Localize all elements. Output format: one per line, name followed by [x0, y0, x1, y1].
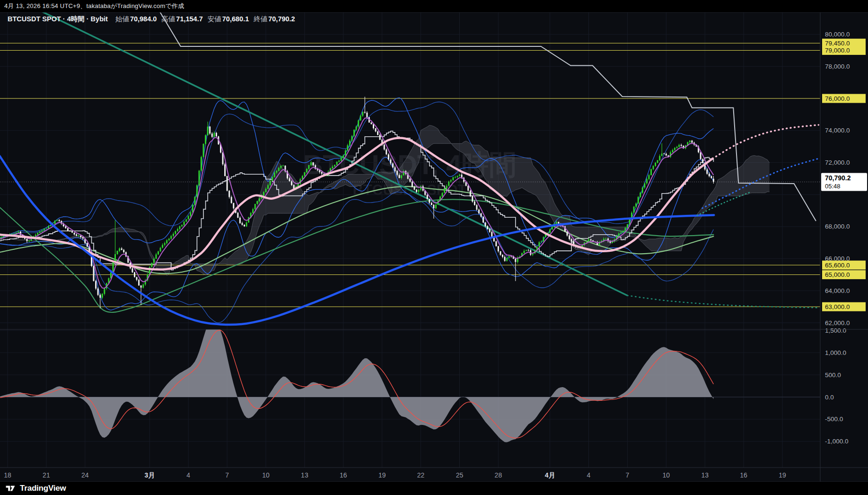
symbol-title[interactable]: BTCUSDT SPOT · 4時間 · Bybit	[8, 15, 108, 24]
price-axis-label: 68,000.0	[825, 223, 850, 230]
price-axis-label: 78,000.0	[825, 63, 850, 70]
osc-axis-label: 500.0	[825, 371, 841, 379]
ohlc-low: 安値70,680.1	[208, 15, 249, 24]
time-axis-label: 28	[495, 471, 502, 479]
yellow-price-label: 76,000.0	[822, 94, 866, 103]
time-axis-label: 19	[779, 471, 786, 479]
price-axis-label: 72,000.0	[825, 159, 850, 166]
osc-axis-label: -500.0	[825, 415, 843, 423]
tradingview-logo[interactable]	[5, 483, 16, 494]
attribution-bar: 4月 13, 2026 16:54 UTC+9、takatabaがTrading…	[0, 0, 868, 12]
time-axis[interactable]: 1821243月47101316192225284月4710131619	[0, 468, 820, 482]
time-axis-label: 7	[225, 471, 229, 479]
svg-text:65,000.0: 65,000.0	[825, 271, 850, 278]
chart-canvas[interactable]: BTCUSDT, 4時間BTCUSDT SPOT80,000.078,000.0…	[0, 0, 868, 495]
osc-axis-label: 1,500.0	[825, 327, 846, 334]
svg-text:79,000.0: 79,000.0	[825, 47, 850, 54]
attribution-text: 4月 13, 2026 16:54 UTC+9、takatabaがTrading…	[4, 2, 184, 10]
time-axis-label: 18	[4, 471, 11, 479]
current-price-label: 70,790.205:48	[821, 173, 867, 191]
time-axis-label: 24	[81, 471, 89, 479]
time-axis-label: 16	[740, 471, 747, 479]
price-axis-label: 74,000.0	[825, 127, 850, 134]
time-axis-label: 10	[663, 471, 670, 479]
ohlc-close: 終値70,790.2	[254, 15, 295, 24]
time-axis-label: 4	[587, 471, 591, 479]
osc-axis-label: 1,000.0	[825, 349, 846, 356]
osc-axis-label: -1,000.0	[825, 438, 849, 445]
price-axis-label: 80,000.0	[825, 31, 850, 38]
yellow-price-label: 63,000.0	[822, 302, 866, 311]
time-axis-label: 13	[301, 471, 308, 479]
time-axis-label: 19	[378, 471, 386, 479]
symbol-header[interactable]: BTCUSDT SPOT · 4時間 · Bybit 始値70,984.0 高値…	[8, 15, 300, 24]
time-axis-label: 4	[186, 471, 190, 479]
time-axis-label: 4月	[545, 471, 555, 479]
ohlc-high: 高値71,154.7	[161, 15, 202, 24]
price-axis-label: 62,000.0	[825, 319, 850, 327]
time-axis-label: 21	[43, 471, 50, 479]
price-axis[interactable]: 80,000.078,000.074,000.072,000.068,000.0…	[820, 12, 868, 482]
footer-bar: TradingView	[0, 482, 868, 495]
svg-text:05:48: 05:48	[825, 183, 841, 190]
svg-text:76,000.0: 76,000.0	[825, 95, 850, 102]
time-axis-label: 3月	[144, 471, 155, 479]
yellow-price-label: 79,000.0	[822, 46, 866, 55]
svg-text:79,450.0: 79,450.0	[825, 40, 850, 47]
price-axis-label: 64,000.0	[825, 287, 850, 294]
time-axis-label: 25	[456, 471, 464, 479]
svg-text:63,000.0: 63,000.0	[825, 303, 850, 310]
time-axis-label: 13	[701, 471, 709, 479]
svg-text:70,790.2: 70,790.2	[825, 174, 851, 182]
time-axis-label: 16	[340, 471, 347, 479]
yellow-price-label: 65,600.0	[822, 261, 866, 270]
yellow-price-label: 65,000.0	[822, 270, 866, 279]
ohlc-open: 始値70,984.0	[115, 15, 157, 24]
time-axis-label: 7	[626, 471, 630, 479]
time-axis-label: 22	[417, 471, 425, 479]
tradingview-brand[interactable]: TradingView	[20, 484, 66, 493]
svg-text:65,600.0: 65,600.0	[825, 262, 850, 269]
osc-axis-label: 0.0	[825, 394, 834, 401]
time-axis-label: 10	[262, 471, 270, 479]
